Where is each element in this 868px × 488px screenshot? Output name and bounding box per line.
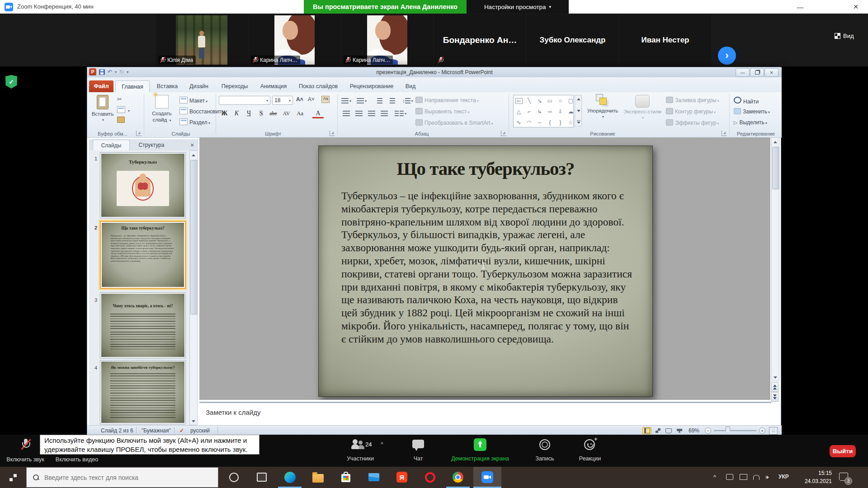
edge-icon[interactable] (283, 470, 297, 484)
reading-view-button[interactable] (664, 427, 673, 434)
layout-button[interactable]: Макет▾ (179, 97, 208, 104)
tab-transitions[interactable]: Переходы (216, 80, 254, 92)
align-text-button[interactable]: Выровнять текст▾ (415, 108, 470, 115)
shape-scribble-icon[interactable]: ∿ (514, 117, 524, 128)
shape-elbow-arrow-icon[interactable]: ↳ (534, 106, 545, 117)
editor-scrollbar[interactable] (771, 137, 779, 381)
bold-button[interactable]: Ж (219, 108, 230, 118)
slide-thumbnail-1[interactable]: Туберкульоз (100, 152, 186, 218)
search-input[interactable] (43, 474, 208, 482)
file-explorer-icon[interactable] (311, 470, 325, 484)
view-layout-button[interactable]: Вид (835, 33, 854, 39)
share-screen-icon[interactable] (474, 438, 486, 451)
font-color-button[interactable]: А (312, 109, 324, 118)
slide-thumbnail-4[interactable]: Як можна запобігти туберкульозу? (100, 360, 186, 424)
tray-expand-icon[interactable]: ^ (713, 474, 716, 480)
shapes-gallery-scrollbar[interactable] (575, 95, 582, 127)
reactions-label[interactable]: Реакции (575, 455, 605, 462)
shape-brace-right-icon[interactable]: } (555, 117, 566, 128)
shape-curve-icon[interactable]: ～ (534, 117, 545, 128)
participants-icon[interactable] (352, 439, 365, 450)
shape-elbow-icon[interactable]: ⌐ (524, 106, 534, 117)
copy-icon[interactable]: ▾ (117, 106, 130, 114)
section-button[interactable]: Раздел▾ (179, 118, 210, 126)
fit-to-window-button[interactable]: ⛶ (769, 427, 778, 435)
leave-button[interactable]: Выйти (830, 445, 856, 457)
participant-tile[interactable]: Юлія Діма (156, 14, 248, 66)
tab-file[interactable]: Файл (89, 80, 113, 92)
record-label[interactable]: Запись (531, 455, 558, 462)
yandex-browser-icon[interactable]: Я (395, 470, 409, 484)
view-settings-button[interactable]: Настройки просмотра ▾ (467, 0, 569, 14)
align-right-button[interactable] (366, 108, 377, 118)
bullets-button[interactable]: ▾ (340, 96, 352, 106)
slide-sorter-view-button[interactable] (653, 427, 662, 434)
shape-brace-left-icon[interactable]: { (545, 117, 555, 128)
slideshow-view-button[interactable] (675, 427, 684, 434)
shape-down-arrow-icon[interactable]: ⇩ (555, 106, 566, 117)
tab-outline-panel[interactable]: Структура (130, 140, 173, 150)
paste-button[interactable]: Вставить ▾ (91, 94, 114, 123)
tab-slides-panel[interactable]: Слайды (93, 140, 130, 151)
numbering-button[interactable]: ▾ (356, 96, 368, 106)
align-center-button[interactable] (353, 108, 365, 118)
zoom-out-button[interactable]: − (705, 427, 711, 434)
start-button[interactable] (0, 467, 26, 488)
chat-label[interactable]: Чат (407, 455, 429, 462)
replace-button[interactable]: Заменить▾ (734, 108, 770, 115)
panel-close-button[interactable]: × (188, 140, 197, 150)
mute-button-label[interactable]: Включить звук (3, 456, 48, 463)
tray-volume-icon[interactable]: 🕩 (765, 474, 769, 481)
cut-icon[interactable]: ✂ (117, 96, 122, 103)
zoom-taskbar-icon[interactable] (481, 470, 494, 484)
theme-name[interactable]: "Бумажная" (142, 427, 171, 434)
slide-thumbnail-2-selected[interactable]: Що таке туберкульоз? Туберкульоз – це ін… (100, 221, 186, 289)
grow-font-button[interactable]: A˄ (296, 96, 303, 103)
clear-formatting-button[interactable]: Aa (321, 96, 330, 103)
tab-animations[interactable]: Анимация (255, 80, 292, 92)
shape-arrow-icon[interactable]: ↘ (534, 95, 545, 106)
zoom-slider-track[interactable] (714, 430, 756, 431)
editor-scrollbar-thumb[interactable] (772, 147, 779, 189)
tray-network-icon[interactable] (753, 475, 760, 480)
participants-label[interactable]: Участники (340, 455, 381, 462)
shapes-gallery[interactable]: A≡ ╲ ↘ ▭ ○ ▢ △ ⌐ ↳ ⇨ ⇩ ☁ ∿ ◠ ～ { } ☆ (513, 95, 574, 127)
format-painter-icon[interactable] (117, 117, 125, 123)
close-button[interactable]: × (849, 1, 862, 12)
task-view-icon[interactable] (255, 470, 269, 484)
mute-button-icon[interactable] (21, 438, 31, 451)
record-icon[interactable] (539, 439, 550, 450)
line-spacing-button[interactable]: ↕▾ (402, 96, 414, 106)
select-button[interactable]: ▷Выделить▾ (734, 119, 767, 126)
cortana-icon[interactable] (227, 470, 241, 484)
shape-textbox-icon[interactable]: A≡ (515, 98, 523, 104)
shape-effects-button[interactable]: Эффекты фигур▾ (666, 119, 719, 126)
reset-button[interactable]: Восстановить (179, 108, 224, 115)
chrome-icon[interactable] (451, 470, 465, 484)
language-indicator[interactable]: русский (190, 427, 210, 434)
panel-scrollbar[interactable] (189, 150, 198, 425)
ppt-restore-button[interactable] (750, 68, 764, 77)
quick-styles-button[interactable]: Экспресс-стили ▾ (622, 94, 663, 121)
tab-review[interactable]: Рецензирование (344, 80, 399, 92)
font-name-combo[interactable]: ▾ (219, 96, 270, 105)
participant-tile[interactable]: Иван Нестер (619, 14, 711, 66)
shape-outline-button[interactable]: Контур фигуры▾ (666, 108, 716, 115)
font-dialog-launcher[interactable]: ◢ (330, 131, 335, 136)
underline-button[interactable]: Ч (243, 108, 255, 118)
microsoft-store-icon[interactable] (339, 470, 353, 484)
find-button[interactable]: Найти (734, 97, 759, 105)
tab-slideshow[interactable]: Показ слайдов (294, 80, 342, 92)
shape-rectangle-icon[interactable]: ▭ (545, 95, 555, 106)
language-indicator[interactable]: УКР (778, 474, 789, 480)
tab-home[interactable]: Главная (115, 80, 150, 92)
participant-tile[interactable]: Карина Лапч… (341, 14, 433, 66)
shape-oval-icon[interactable]: ○ (555, 95, 566, 106)
spellcheck-icon[interactable]: ✓ (179, 427, 184, 434)
drawing-dialog-launcher[interactable]: ◢ (722, 131, 727, 136)
strikethrough-button[interactable]: abe (268, 108, 279, 118)
text-direction-button[interactable]: Направление текста▾ (415, 97, 479, 103)
font-size-combo[interactable]: 18▾ (272, 96, 293, 105)
taskbar-search[interactable] (26, 467, 218, 488)
decrease-indent-button[interactable] (374, 96, 386, 106)
